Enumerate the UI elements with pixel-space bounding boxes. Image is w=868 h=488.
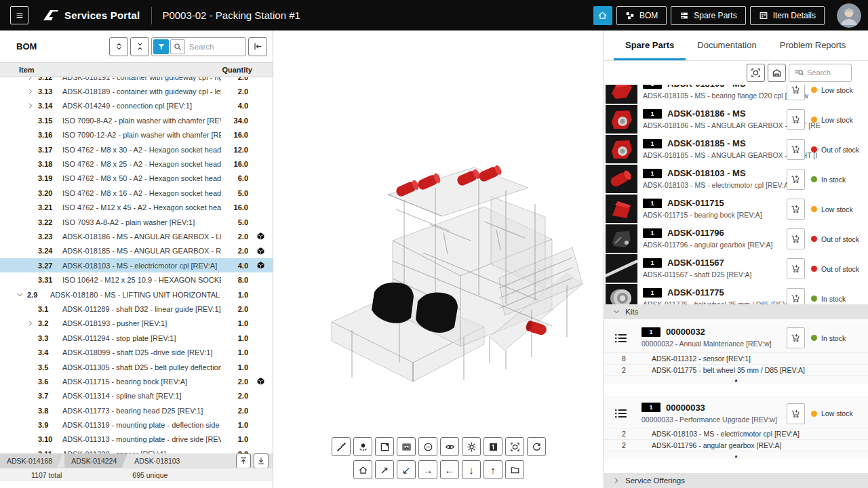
breadcrumb-item[interactable]: ADSK-018103 (129, 453, 185, 468)
bom-row[interactable]: 3.10 ADSK-011313 - mounting plate - driv… (0, 432, 273, 447)
expand-all-button[interactable] (109, 37, 128, 56)
add-to-cart-button[interactable] (787, 85, 805, 101)
tab-problem-reports[interactable]: Problem Reports (768, 30, 858, 60)
bom-row[interactable]: 3.17 ISO 4762 - M8 x 30 - A2 - Hexagon s… (0, 142, 273, 157)
scroll-to-top-button[interactable] (236, 453, 251, 468)
spare-part-row[interactable]: 1 ADSK-018185 - MS ADSK-018185 - MS - AN… (604, 135, 868, 165)
tab-spare-parts[interactable]: Spare Parts (614, 30, 686, 60)
row-chevron-icon[interactable] (16, 291, 27, 299)
add-to-cart-button[interactable] (787, 288, 805, 304)
add-to-cart-button[interactable] (787, 327, 805, 348)
bom-row[interactable]: 3.31 ISO 10642 - M12 x 25 10.9 - HEXAGON… (0, 272, 273, 287)
row-chevron-icon[interactable] (27, 407, 38, 415)
spare-parts-list-viewport[interactable]: 1 ADSK-018105 - MS ADSK-018105 - MS - be… (604, 85, 868, 304)
explode-button[interactable] (353, 437, 372, 456)
nav-item-details-button[interactable]: Item Details (750, 6, 825, 25)
breadcrumb-item[interactable]: ADSK-014168 (0, 453, 63, 468)
bom-row[interactable]: 3.18 ISO 4762 - M8 x 25 - A2 - Hexagon s… (0, 157, 273, 171)
bom-row[interactable]: 3.4 ADSK-018099 - shaft D25 -drive side … (0, 345, 273, 359)
row-chevron-icon[interactable] (27, 319, 38, 327)
row-chevron-icon[interactable] (27, 305, 38, 313)
nav-bom-button[interactable]: BOM (616, 6, 667, 25)
3d-model-canvas[interactable] (328, 159, 586, 383)
visibility-button[interactable] (440, 437, 459, 456)
bom-row[interactable]: 3.2 ADSK-018193 - pusher [REV:1] 1.0 (0, 317, 273, 331)
row-chevron-icon[interactable] (27, 435, 38, 443)
bom-row[interactable]: 3.16 ISO 7090-12-A2 - plain washer with … (0, 128, 273, 142)
add-to-cart-button[interactable] (787, 258, 805, 279)
show-all-button[interactable] (768, 64, 786, 82)
arrow-up-right-button[interactable]: ↗ (375, 460, 394, 479)
tab-documentation[interactable]: Documentation (686, 30, 768, 60)
filter-icon[interactable] (153, 39, 169, 54)
row-chevron-icon[interactable] (27, 117, 38, 125)
bom-row[interactable]: 3.3 ADSK-011294 - stop plate [REV:1] 1.0 (0, 331, 273, 345)
spare-part-row[interactable]: 1 ADSK-011715 ADSK-011715 - bearing bock… (604, 195, 868, 224)
row-chevron-icon[interactable] (27, 262, 38, 270)
bom-row[interactable]: 3.27 ADSK-018103 - MS - electricmotor cp… (0, 258, 273, 272)
bom-row[interactable]: 3.5 ADSK-011305 - shaft D25 - belt pulle… (0, 360, 273, 374)
bom-row[interactable]: 3.15 ISO 7090-8-A2 - plain washer with c… (0, 113, 273, 127)
bom-row[interactable]: 2.9 ADSK-018180 - MS - LIFTING UNIT HORI… (0, 287, 273, 302)
spare-part-row[interactable]: 1 ADSK-011567 ADSK-011567 - shaft D25 [R… (604, 254, 868, 284)
row-chevron-icon[interactable] (27, 421, 38, 429)
spare-part-row[interactable]: 1 ADSK-018103 - MS ADSK-018103 - MS - el… (604, 165, 868, 195)
hamburger-menu-button[interactable] (10, 6, 28, 24)
arrow-left-button[interactable]: ← (440, 460, 459, 479)
bom-row[interactable]: 3.24 ADSK-018185 - MS - ANGULAR GEARBOX … (0, 244, 273, 258)
kits-section-header[interactable]: Kits (604, 304, 868, 319)
first-view-button[interactable] (484, 437, 502, 456)
row-chevron-icon[interactable] (27, 276, 38, 284)
fit-view-button[interactable] (505, 437, 524, 456)
home-view-button[interactable] (353, 460, 372, 479)
spare-parts-search-input[interactable] (807, 68, 842, 77)
row-chevron-icon[interactable] (27, 102, 38, 110)
collapse-panel-button[interactable] (248, 37, 267, 56)
row-chevron-icon[interactable] (27, 174, 38, 182)
brightness-button[interactable] (462, 437, 481, 456)
collapse-kit-button[interactable]: ▲ (604, 451, 868, 460)
user-avatar[interactable] (837, 3, 861, 28)
reset-rotation-button[interactable] (527, 437, 546, 456)
add-to-cart-button[interactable] (787, 109, 805, 130)
row-chevron-icon[interactable] (27, 77, 38, 81)
screenshot-button[interactable] (397, 437, 416, 456)
row-chevron-icon[interactable] (27, 334, 38, 342)
arrow-down-left-button[interactable]: ↙ (397, 460, 416, 479)
add-to-cart-button[interactable] (787, 139, 805, 160)
bom-row[interactable]: 3.8 ADSK-011773 - bearing head D25 [REV:… (0, 403, 273, 418)
row-chevron-icon[interactable] (27, 189, 38, 197)
folder-button[interactable] (505, 460, 524, 479)
home-button[interactable] (593, 6, 612, 25)
arrow-down-button[interactable]: ↓ (462, 460, 481, 479)
bom-row[interactable]: 3.19 ISO 4762 - M8 x 50 - A2 - Hexagon s… (0, 171, 273, 186)
row-chevron-icon[interactable] (27, 131, 38, 139)
arrow-right-button[interactable]: → (418, 460, 437, 479)
bom-row[interactable]: 3.23 ADSK-018186 - MS - ANGULAR GEARBOX … (0, 229, 273, 243)
measure-button[interactable] (332, 437, 351, 456)
row-chevron-icon[interactable] (27, 450, 38, 453)
spare-part-row[interactable]: 1 ADSK-018186 - MS ADSK-018186 - MS - AN… (604, 105, 868, 135)
bom-row[interactable]: 3.6 ADSK-011715 - bearing bock [REV:A] 2… (0, 374, 273, 388)
search-icon[interactable] (170, 39, 185, 54)
breadcrumb-item[interactable]: ADSK-014224 (64, 453, 127, 468)
bom-row[interactable]: 3.14 ADSK-014249 - connection cpl [REV:1… (0, 99, 273, 113)
collapse-all-button[interactable] (130, 37, 149, 56)
row-chevron-icon[interactable] (27, 348, 38, 357)
add-to-cart-button[interactable] (787, 403, 805, 424)
row-chevron-icon[interactable] (27, 146, 38, 154)
row-chevron-icon[interactable] (27, 363, 38, 371)
fullscreen-button[interactable] (375, 437, 394, 456)
bom-search-input[interactable] (185, 43, 239, 51)
bom-row[interactable]: 3.21 ISO 4762 - M12 x 45 - A2 - Hexagon … (0, 201, 273, 215)
row-chevron-icon[interactable] (27, 218, 38, 226)
bom-rows-viewport[interactable]: 3.12 ADSK-018191 - container with guidew… (0, 77, 273, 453)
collapse-kit-button[interactable]: ▲ (604, 375, 868, 384)
spare-part-row[interactable]: 1 ADSK-011775 ADSK-011775 - belt wheel 3… (604, 284, 868, 304)
arrow-up-button[interactable]: ↑ (484, 460, 502, 479)
hide-button[interactable] (418, 437, 437, 456)
add-to-cart-button[interactable] (787, 169, 805, 190)
nav-spare-parts-button[interactable]: Spare Parts (671, 6, 745, 25)
select-in-model-button[interactable] (747, 64, 765, 82)
row-chevron-icon[interactable] (27, 378, 38, 386)
